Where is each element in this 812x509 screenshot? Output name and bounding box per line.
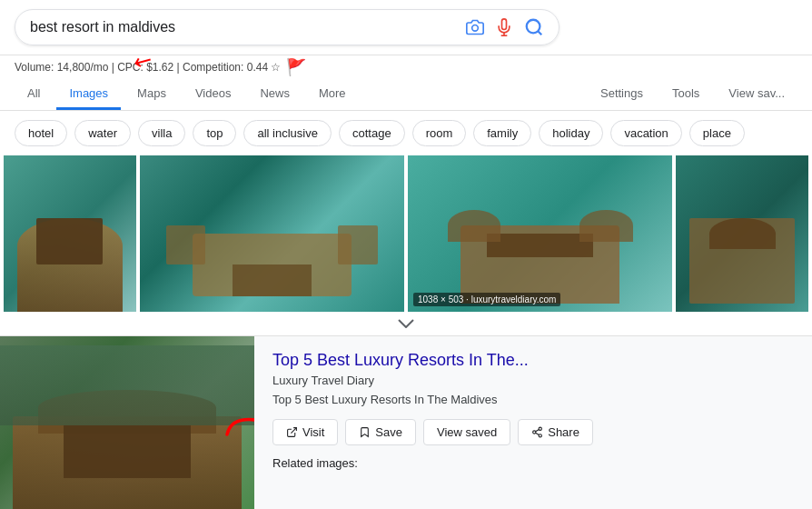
external-link-icon	[286, 426, 298, 438]
search-submit-icon[interactable]	[524, 17, 544, 37]
svg-line-8	[536, 433, 540, 434]
visit-label: Visit	[302, 425, 324, 439]
chip-cottage[interactable]: cottage	[339, 120, 405, 146]
search-icons	[466, 17, 544, 37]
red-arrow-panel	[223, 407, 254, 443]
panel-source: Luxury Travel Diary	[272, 374, 794, 387]
microphone-icon[interactable]	[495, 18, 513, 36]
tab-tools[interactable]: Tools	[659, 79, 712, 110]
view-saved-label: View saved	[437, 425, 497, 439]
tab-news[interactable]: News	[247, 79, 302, 110]
panel-image[interactable]	[0, 336, 254, 509]
save-label: Save	[375, 425, 402, 439]
camera-icon[interactable]	[466, 18, 484, 36]
panel-description: Top 5 Best Luxury Resorts In The Maldive…	[272, 393, 794, 406]
red-flag-icon: 🚩	[286, 57, 306, 77]
chip-all-inclusive[interactable]: all inclusive	[243, 120, 331, 146]
search-input[interactable]	[30, 19, 466, 35]
tab-view-saved[interactable]: View sav...	[716, 79, 797, 110]
nav-tabs: All Images Maps Videos News More Setting…	[0, 79, 812, 111]
chip-vacation[interactable]: vacation	[610, 120, 681, 146]
tab-images[interactable]: Images	[56, 79, 121, 110]
chip-water[interactable]: water	[74, 120, 131, 146]
tab-more[interactable]: More	[306, 79, 359, 110]
image-item-4[interactable]	[676, 155, 808, 312]
chip-top[interactable]: top	[193, 120, 236, 146]
panel-title: Top 5 Best Luxury Resorts In The...	[272, 351, 794, 370]
image-label-3: 1038 × 503 · luxurytraveldiary.com	[413, 293, 560, 306]
image-grid: 1038 × 503 · luxurytraveldiary.com	[0, 155, 812, 312]
seo-bar: Volume: 14,800/mo | CPC: $1.62 | Competi…	[0, 55, 812, 79]
chip-place[interactable]: place	[689, 120, 745, 146]
share-button[interactable]: Share	[518, 419, 593, 445]
search-bar-area	[0, 0, 812, 55]
chip-family[interactable]: family	[473, 120, 531, 146]
share-label: Share	[548, 425, 579, 439]
visit-button[interactable]: Visit	[272, 419, 338, 445]
search-box	[15, 9, 559, 45]
svg-point-3	[527, 20, 540, 34]
svg-point-7	[539, 434, 541, 437]
bottom-panel: Top 5 Best Luxury Resorts In The... Luxu…	[0, 335, 812, 509]
image-item-3[interactable]: 1038 × 503 · luxurytraveldiary.com	[408, 155, 672, 312]
panel-content: Top 5 Best Luxury Resorts In The... Luxu…	[254, 336, 812, 509]
chip-holiday[interactable]: holiday	[539, 120, 603, 146]
image-item-1[interactable]	[4, 155, 136, 312]
svg-point-5	[539, 427, 541, 430]
svg-line-4	[291, 428, 296, 434]
tab-settings[interactable]: Settings	[588, 79, 656, 110]
related-images-label: Related images:	[272, 456, 794, 470]
tab-all[interactable]: All	[15, 79, 53, 110]
filter-chips-container: hotel water villa top all inclusive cott…	[0, 111, 812, 155]
arrow-down-indicator	[0, 312, 812, 335]
view-saved-button[interactable]: View saved	[423, 419, 510, 445]
bookmark-icon	[359, 426, 371, 438]
chip-room[interactable]: room	[412, 120, 467, 146]
svg-line-9	[536, 430, 540, 432]
save-button[interactable]: Save	[345, 419, 416, 445]
share-icon	[531, 426, 543, 438]
svg-point-6	[533, 431, 536, 434]
tab-videos[interactable]: Videos	[183, 79, 244, 110]
image-item-2[interactable]	[140, 155, 404, 312]
svg-point-0	[472, 25, 479, 32]
chip-hotel[interactable]: hotel	[15, 120, 67, 146]
chip-villa[interactable]: villa	[138, 120, 185, 146]
panel-actions: Visit Save View saved Share	[272, 419, 794, 445]
tab-maps[interactable]: Maps	[124, 79, 179, 110]
